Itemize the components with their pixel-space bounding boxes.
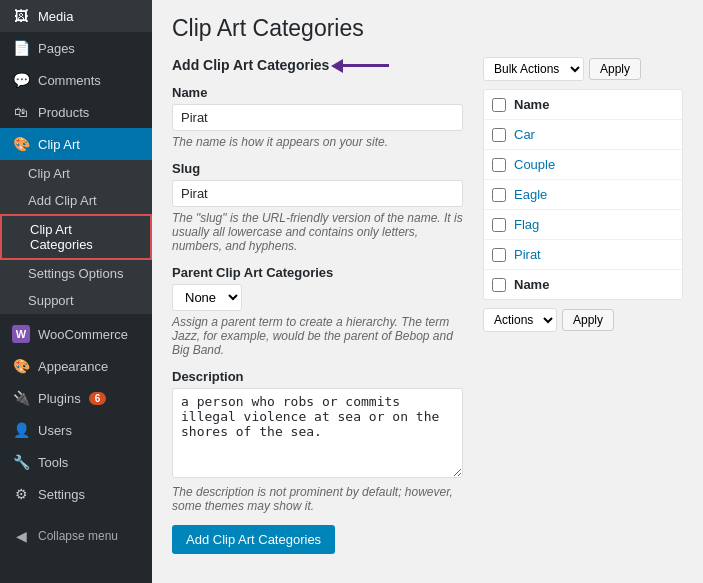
sidebar-item-media[interactable]: 🖼 Media <box>0 0 152 32</box>
sidebar-item-woocommerce[interactable]: W WooCommerce <box>0 318 152 350</box>
bottom-bulk-actions-bar: Actions Apply <box>483 308 683 332</box>
form-section-title: Add Clip Art Categories <box>172 57 463 73</box>
settings-icon: ⚙ <box>12 485 30 503</box>
name-input[interactable] <box>172 104 463 131</box>
bottom-bulk-actions-select[interactable]: Actions <box>483 308 557 332</box>
slug-input[interactable] <box>172 180 463 207</box>
tools-icon: 🔧 <box>12 453 30 471</box>
sidebar-submenu-clipart[interactable]: Clip Art <box>0 160 152 187</box>
submit-button[interactable]: Add Clip Art Categories <box>172 525 335 554</box>
row-checkbox-flag[interactable] <box>492 218 506 232</box>
row-checkbox-eagle[interactable] <box>492 188 506 202</box>
plugins-icon: 🔌 <box>12 389 30 407</box>
comments-icon: 💬 <box>12 71 30 89</box>
collapse-menu-button[interactable]: ◀ Collapse menu <box>0 520 152 552</box>
sidebar-item-users[interactable]: 👤 Users <box>0 414 152 446</box>
row-label-couple[interactable]: Couple <box>514 157 555 172</box>
row-checkbox-pirat[interactable] <box>492 248 506 262</box>
row-label-flag[interactable]: Flag <box>514 217 539 232</box>
table-row: Car <box>484 120 682 150</box>
plugins-badge: 6 <box>89 392 107 405</box>
pages-icon: 📄 <box>12 39 30 57</box>
table-header-name: Name <box>514 97 549 112</box>
parent-label: Parent Clip Art Categories <box>172 265 463 280</box>
top-bulk-actions-select[interactable]: Bulk Actions <box>483 57 584 81</box>
sidebar-item-clipart[interactable]: 🎨 Clip Art <box>0 128 152 160</box>
page-title: Clip Art Categories <box>172 15 683 42</box>
row-checkbox-car[interactable] <box>492 128 506 142</box>
slug-label: Slug <box>172 161 463 176</box>
sidebar-item-appearance[interactable]: 🎨 Appearance <box>0 350 152 382</box>
header-checkbox[interactable] <box>492 98 506 112</box>
sidebar-submenu-settings[interactable]: Settings Options <box>0 260 152 287</box>
table-row: Eagle <box>484 180 682 210</box>
row-label-pirat[interactable]: Pirat <box>514 247 541 262</box>
top-bulk-actions-bar: Bulk Actions Apply <box>483 57 683 81</box>
media-icon: 🖼 <box>12 7 30 25</box>
sidebar-item-products[interactable]: 🛍 Products <box>0 96 152 128</box>
table-header-row: Name <box>484 90 682 120</box>
name-hint: The name is how it appears on your site. <box>172 135 463 149</box>
row-checkbox-couple[interactable] <box>492 158 506 172</box>
row-label-car[interactable]: Car <box>514 127 535 142</box>
left-panel: Add Clip Art Categories Name The name is… <box>172 57 463 554</box>
sidebar-item-comments[interactable]: 💬 Comments <box>0 64 152 96</box>
description-textarea[interactable] <box>172 388 463 478</box>
table-row: Couple <box>484 150 682 180</box>
main-content: Clip Art Categories Add Clip Art Categor… <box>152 0 703 583</box>
sidebar-submenu-add-clipart[interactable]: Add Clip Art <box>0 187 152 214</box>
table-footer-name: Name <box>514 277 549 292</box>
sidebar-submenu-clipart-categories[interactable]: Clip Art Categories <box>0 214 152 260</box>
slug-hint: The "slug" is the URL-friendly version o… <box>172 211 463 253</box>
description-label: Description <box>172 369 463 384</box>
sidebar-item-plugins[interactable]: 🔌 Plugins 6 <box>0 382 152 414</box>
sidebar-item-pages[interactable]: 📄 Pages <box>0 32 152 64</box>
clipart-icon: 🎨 <box>12 135 30 153</box>
products-icon: 🛍 <box>12 103 30 121</box>
table-row: Pirat <box>484 240 682 270</box>
footer-checkbox[interactable] <box>492 278 506 292</box>
parent-group: Parent Clip Art Categories None Assign a… <box>172 265 463 357</box>
woocommerce-icon: W <box>12 325 30 343</box>
categories-table: Name Car Couple Eagle Flag <box>483 89 683 300</box>
users-icon: 👤 <box>12 421 30 439</box>
description-hint: The description is not prominent by defa… <box>172 485 463 513</box>
description-group: Description The description is not promi… <box>172 369 463 513</box>
sidebar-submenu: Clip Art Add Clip Art Clip Art Categorie… <box>0 160 152 314</box>
parent-hint: Assign a parent term to create a hierarc… <box>172 315 463 357</box>
slug-group: Slug The "slug" is the URL-friendly vers… <box>172 161 463 253</box>
arrow-indicator <box>339 64 389 67</box>
row-label-eagle[interactable]: Eagle <box>514 187 547 202</box>
bottom-apply-button[interactable]: Apply <box>562 309 614 331</box>
table-footer-row: Name <box>484 270 682 299</box>
right-panel: Bulk Actions Apply Name Car Couple <box>483 57 683 554</box>
sidebar-submenu-support[interactable]: Support <box>0 287 152 314</box>
top-apply-button[interactable]: Apply <box>589 58 641 80</box>
sidebar: 🖼 Media 📄 Pages 💬 Comments 🛍 Products 🎨 … <box>0 0 152 583</box>
sidebar-item-settings[interactable]: ⚙ Settings <box>0 478 152 510</box>
content-area: Add Clip Art Categories Name The name is… <box>172 57 683 554</box>
name-group: Name The name is how it appears on your … <box>172 85 463 149</box>
collapse-icon: ◀ <box>12 527 30 545</box>
name-label: Name <box>172 85 463 100</box>
appearance-icon: 🎨 <box>12 357 30 375</box>
sidebar-item-tools[interactable]: 🔧 Tools <box>0 446 152 478</box>
table-row: Flag <box>484 210 682 240</box>
parent-select[interactable]: None <box>172 284 242 311</box>
